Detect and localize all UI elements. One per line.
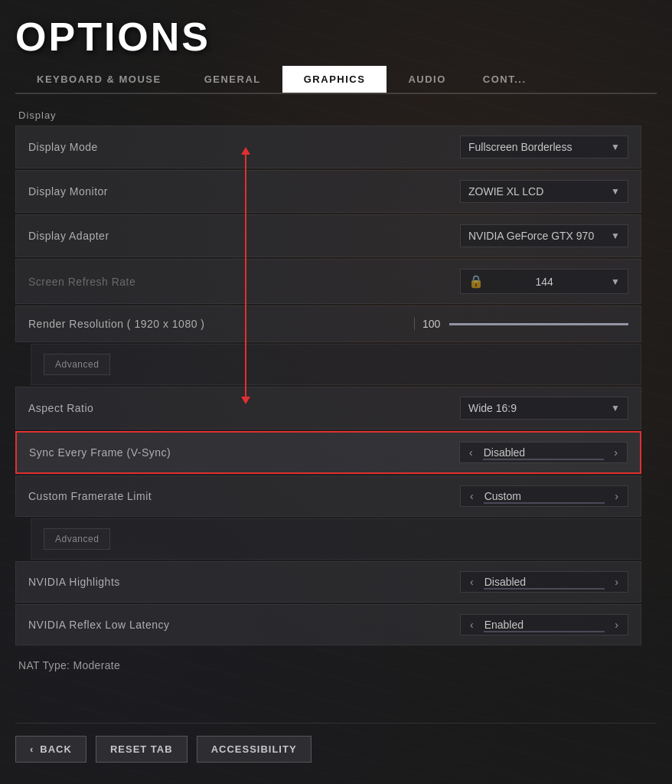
vsync-value-area: ‹ Disabled › (413, 442, 628, 463)
display-monitor-label: Display Monitor (28, 185, 108, 198)
advanced-button-2[interactable]: Advanced (44, 528, 110, 550)
nvidia-reflex-control[interactable]: ‹ Enabled › (460, 614, 628, 635)
display-monitor-value-area: ZOWIE XL LCD ▼ (414, 180, 628, 203)
nvidia-highlights-label: NVIDIA Highlights (28, 576, 120, 588)
display-monitor-value: ZOWIE XL LCD (468, 185, 543, 198)
reset-label: Reset Tab (110, 743, 173, 755)
page-title: OPTIONS (15, 14, 657, 60)
nvidia-reflex-underline (484, 631, 605, 632)
setting-row-display-monitor: Display Monitor ZOWIE XL LCD ▼ (15, 170, 641, 213)
render-res-slider[interactable] (449, 323, 628, 325)
tab-cont: CONT... (468, 66, 542, 93)
display-mode-value-area: Fullscreen Borderless ▼ (414, 136, 628, 158)
display-adapter-dropdown[interactable]: NVIDIA GeForce GTX 970 ▼ (460, 224, 628, 247)
setting-row-render-resolution: Render Resolution ( 1920 x 1080 ) 100 (15, 305, 641, 342)
framerate-arrow-control[interactable]: ‹ Custom › (460, 485, 628, 507)
setting-row-display-adapter: Display Adapter NVIDIA GeForce GTX 970 ▼ (15, 214, 641, 257)
display-adapter-value: NVIDIA GeForce GTX 970 (468, 230, 594, 242)
display-adapter-label: Display Adapter (28, 230, 109, 242)
aspect-ratio-value-area: Wide 16:9 ▼ (414, 397, 628, 420)
framerate-label: Custom Framerate Limit (28, 490, 152, 502)
nvidia-reflex-label: NVIDIA Reflex Low Latency (28, 619, 169, 631)
setting-row-aspect-ratio: Aspect Ratio Wide 16:9 ▼ (15, 387, 641, 430)
back-label: Back (40, 743, 72, 755)
scroll-container[interactable]: Display Display Mode Fullscreen Borderle… (15, 109, 657, 723)
render-res-number: 100 (414, 318, 440, 330)
vsync-prev-btn[interactable]: ‹ (466, 446, 476, 459)
vsync-label: Sync Every Frame (V-Sync) (29, 446, 171, 459)
nvidia-reflex-value: Enabled (481, 619, 608, 631)
display-adapter-value-area: NVIDIA GeForce GTX 970 ▼ (414, 224, 628, 247)
screen-refresh-dropdown[interactable]: 🔒 144 ▼ (460, 269, 628, 294)
nvidia-highlights-value-area: ‹ Disabled › (414, 571, 628, 593)
accessibility-button[interactable]: Accessibility (197, 736, 312, 763)
display-monitor-dropdown[interactable]: ZOWIE XL LCD ▼ (460, 180, 628, 203)
setting-row-nvidia-reflex: NVIDIA Reflex Low Latency ‹ Enabled › (15, 604, 641, 645)
framerate-value-area: ‹ Custom › (414, 485, 628, 507)
nvidia-reflex-value-area: ‹ Enabled › (414, 614, 628, 635)
content-area: Display Display Mode Fullscreen Borderle… (15, 109, 657, 784)
slider-fill (449, 323, 628, 325)
display-mode-dropdown[interactable]: Fullscreen Borderless ▼ (460, 136, 628, 158)
aspect-ratio-dropdown[interactable]: Wide 16:9 ▼ (460, 397, 628, 420)
nvidia-highlights-underline (484, 588, 605, 590)
aspect-ratio-label: Aspect Ratio (28, 402, 93, 414)
framerate-prev-btn[interactable]: ‹ (467, 490, 477, 502)
back-button[interactable]: ‹ Back (15, 736, 86, 763)
nvidia-highlights-next[interactable]: › (612, 576, 621, 588)
setting-row-advanced-1: Advanced (31, 344, 641, 385)
framerate-underline (484, 502, 605, 504)
nvidia-highlights-prev[interactable]: ‹ (467, 576, 477, 588)
screen-refresh-value-area: 🔒 144 ▼ (414, 269, 628, 294)
setting-row-advanced-2: Advanced (31, 518, 641, 560)
vsync-next-btn[interactable]: › (611, 446, 621, 459)
tab-keyboard[interactable]: KEYBOARD & MOUSE (15, 66, 183, 93)
render-res-label: Render Resolution ( 1920 x 1080 ) (28, 318, 205, 330)
framerate-next-btn[interactable]: › (612, 490, 621, 502)
accessibility-label: Accessibility (211, 743, 297, 755)
tab-audio[interactable]: AUDIO (387, 66, 467, 93)
display-mode-value: Fullscreen Borderless (468, 141, 572, 153)
vsync-underline (483, 459, 604, 460)
vsync-value: Disabled (481, 446, 607, 459)
nvidia-highlights-value: Disabled (481, 576, 608, 588)
nvidia-reflex-next[interactable]: › (612, 619, 621, 631)
screen-refresh-arrow: ▼ (611, 276, 620, 287)
settings-list: Display Mode Fullscreen Borderless ▼ Dis… (15, 126, 641, 645)
setting-row-vsync: Sync Every Frame (V-Sync) ‹ Disabled › (15, 431, 641, 474)
render-res-value-area: 100 (414, 318, 628, 330)
aspect-ratio-value: Wide 16:9 (468, 402, 517, 414)
screen-refresh-label: Screen Refresh Rate (28, 276, 135, 288)
setting-row-nvidia-highlights: NVIDIA Highlights ‹ Disabled › (15, 561, 641, 603)
nat-type-label: NAT Type: Moderate (15, 653, 641, 675)
tabs-bar: KEYBOARD & MOUSE GENERAL GRAPHICS AUDIO … (15, 66, 657, 94)
advanced-button-1[interactable]: Advanced (44, 354, 110, 375)
lock-icon: 🔒 (468, 274, 484, 289)
back-icon: ‹ (30, 743, 34, 755)
nvidia-highlights-control[interactable]: ‹ Disabled › (460, 571, 628, 593)
section-display-label: Display (15, 109, 641, 121)
screen-refresh-value: 144 (535, 276, 553, 288)
setting-row-framerate: Custom Framerate Limit ‹ Custom › (15, 475, 641, 517)
display-adapter-arrow: ▼ (611, 230, 620, 241)
bottom-bar: ‹ Back Reset Tab Accessibility (15, 723, 657, 778)
display-monitor-arrow: ▼ (611, 186, 620, 197)
vsync-arrow-control[interactable]: ‹ Disabled › (459, 442, 628, 463)
setting-row-display-mode: Display Mode Fullscreen Borderless ▼ (15, 126, 641, 168)
framerate-value: Custom (481, 490, 608, 502)
display-mode-label: Display Mode (28, 141, 98, 153)
aspect-ratio-arrow: ▼ (611, 403, 620, 413)
nvidia-reflex-prev[interactable]: ‹ (467, 619, 477, 631)
tab-general[interactable]: GENERAL (183, 66, 282, 93)
setting-row-screen-refresh-rate: Screen Refresh Rate 🔒 144 ▼ (15, 259, 641, 304)
display-mode-arrow: ▼ (611, 142, 620, 152)
tab-graphics[interactable]: GRAPHICS (282, 66, 387, 93)
reset-tab-button[interactable]: Reset Tab (96, 736, 188, 763)
